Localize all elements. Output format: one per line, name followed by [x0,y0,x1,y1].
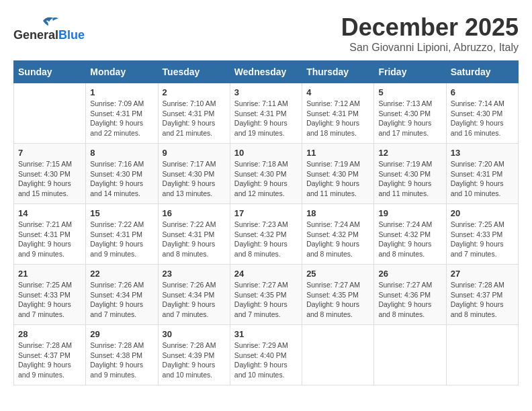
day-detail: Sunrise: 7:23 AMSunset: 4:32 PMDaylight:… [234,220,298,259]
calendar-cell: 15 Sunrise: 7:22 AMSunset: 4:31 PMDaylig… [86,204,158,265]
day-detail: Sunrise: 7:25 AMSunset: 4:33 PMDaylight:… [451,220,514,259]
calendar-cell: 21 Sunrise: 7:25 AMSunset: 4:33 PMDaylig… [14,265,86,325]
calendar-cell: 19 Sunrise: 7:24 AMSunset: 4:32 PMDaylig… [374,204,446,265]
page-header: General Blue December 2025 San Giovanni … [13,13,519,54]
day-detail: Sunrise: 7:15 AMSunset: 4:30 PMDaylight:… [18,159,81,199]
day-detail: Sunrise: 7:11 AMSunset: 4:31 PMDaylight:… [234,99,298,138]
calendar-cell: 25 Sunrise: 7:27 AMSunset: 4:35 PMDaylig… [302,265,374,325]
day-detail: Sunrise: 7:28 AMSunset: 4:37 PMDaylight:… [451,280,514,320]
day-detail: Sunrise: 7:16 AMSunset: 4:30 PMDaylight:… [90,159,153,199]
header-monday: Monday [86,61,158,83]
header-wednesday: Wednesday [230,61,302,83]
header-tuesday: Tuesday [158,61,230,83]
calendar-cell: 14 Sunrise: 7:21 AMSunset: 4:31 PMDaylig… [14,204,86,265]
day-detail: Sunrise: 7:26 AMSunset: 4:34 PMDaylight:… [163,280,226,320]
calendar-cell: 2 Sunrise: 7:10 AMSunset: 4:31 PMDayligh… [158,83,230,144]
day-number: 26 [378,269,441,279]
header-sunday: Sunday [14,61,86,83]
day-number: 20 [451,208,514,218]
day-number: 29 [90,329,153,339]
day-detail: Sunrise: 7:17 AMSunset: 4:30 PMDaylight:… [163,159,226,199]
title-section: December 2025 San Giovanni Lipioni, Abru… [341,13,519,54]
day-detail: Sunrise: 7:28 AMSunset: 4:37 PMDaylight:… [18,340,81,380]
calendar-cell: 13 Sunrise: 7:20 AMSunset: 4:31 PMDaylig… [446,144,518,204]
month-title: December 2025 [341,13,519,42]
calendar-week-1: 7 Sunrise: 7:15 AMSunset: 4:30 PMDayligh… [14,144,519,204]
calendar-cell: 7 Sunrise: 7:15 AMSunset: 4:30 PMDayligh… [14,144,86,204]
header-thursday: Thursday [302,61,374,83]
calendar-cell [302,325,374,385]
calendar-cell [374,325,446,385]
location-title: San Giovanni Lipioni, Abruzzo, Italy [341,42,519,54]
calendar-cell: 10 Sunrise: 7:18 AMSunset: 4:30 PMDaylig… [230,144,302,204]
calendar-cell: 18 Sunrise: 7:24 AMSunset: 4:32 PMDaylig… [302,204,374,265]
day-number: 31 [234,329,298,339]
day-number: 21 [18,269,81,279]
calendar-cell: 12 Sunrise: 7:19 AMSunset: 4:30 PMDaylig… [374,144,446,204]
day-number: 12 [378,148,441,158]
day-detail: Sunrise: 7:26 AMSunset: 4:34 PMDaylight:… [90,280,153,320]
day-number: 5 [378,87,441,97]
logo-bird-icon [39,13,59,28]
header-friday: Friday [374,61,446,83]
calendar-cell: 8 Sunrise: 7:16 AMSunset: 4:30 PMDayligh… [86,144,158,204]
day-number: 17 [234,208,298,218]
day-number: 13 [451,148,514,158]
day-detail: Sunrise: 7:19 AMSunset: 4:30 PMDaylight:… [306,159,369,199]
calendar-cell: 1 Sunrise: 7:09 AMSunset: 4:31 PMDayligh… [86,83,158,144]
calendar-cell: 5 Sunrise: 7:13 AMSunset: 4:30 PMDayligh… [374,83,446,144]
calendar-week-3: 21 Sunrise: 7:25 AMSunset: 4:33 PMDaylig… [14,265,519,325]
day-number: 15 [90,208,153,218]
calendar-cell: 26 Sunrise: 7:27 AMSunset: 4:36 PMDaylig… [374,265,446,325]
logo-blue-text: Blue [58,28,85,42]
day-detail: Sunrise: 7:22 AMSunset: 4:31 PMDaylight:… [90,220,153,259]
day-detail: Sunrise: 7:27 AMSunset: 4:35 PMDaylight:… [234,280,298,320]
day-detail: Sunrise: 7:19 AMSunset: 4:30 PMDaylight:… [378,159,441,199]
day-number: 6 [451,87,514,97]
day-detail: Sunrise: 7:12 AMSunset: 4:31 PMDaylight:… [306,99,369,138]
calendar-cell: 23 Sunrise: 7:26 AMSunset: 4:34 PMDaylig… [158,265,230,325]
day-number: 1 [90,87,153,97]
logo-general-text: General [13,28,58,42]
calendar-cell: 16 Sunrise: 7:22 AMSunset: 4:31 PMDaylig… [158,204,230,265]
calendar-cell [14,83,86,144]
calendar-cell: 24 Sunrise: 7:27 AMSunset: 4:35 PMDaylig… [230,265,302,325]
logo: General Blue [13,13,85,42]
calendar-header-row: SundayMondayTuesdayWednesdayThursdayFrid… [14,61,519,83]
day-number: 19 [378,208,441,218]
calendar-cell [446,325,518,385]
day-detail: Sunrise: 7:27 AMSunset: 4:35 PMDaylight:… [306,280,369,320]
calendar-cell: 27 Sunrise: 7:28 AMSunset: 4:37 PMDaylig… [446,265,518,325]
day-number: 11 [306,148,369,158]
calendar-cell: 9 Sunrise: 7:17 AMSunset: 4:30 PMDayligh… [158,144,230,204]
day-number: 8 [90,148,153,158]
calendar-cell: 29 Sunrise: 7:28 AMSunset: 4:38 PMDaylig… [86,325,158,385]
day-detail: Sunrise: 7:18 AMSunset: 4:30 PMDaylight:… [234,159,298,199]
calendar-week-4: 28 Sunrise: 7:28 AMSunset: 4:37 PMDaylig… [14,325,519,385]
day-detail: Sunrise: 7:21 AMSunset: 4:31 PMDaylight:… [18,220,81,259]
calendar-cell: 28 Sunrise: 7:28 AMSunset: 4:37 PMDaylig… [14,325,86,385]
day-number: 3 [234,87,298,97]
calendar-week-0: 1 Sunrise: 7:09 AMSunset: 4:31 PMDayligh… [14,83,519,144]
calendar-cell: 4 Sunrise: 7:12 AMSunset: 4:31 PMDayligh… [302,83,374,144]
day-number: 27 [451,269,514,279]
day-number: 22 [90,269,153,279]
day-detail: Sunrise: 7:27 AMSunset: 4:36 PMDaylight:… [378,280,441,320]
day-number: 2 [163,87,226,97]
day-number: 14 [18,208,81,218]
calendar-cell: 31 Sunrise: 7:29 AMSunset: 4:40 PMDaylig… [230,325,302,385]
day-number: 9 [163,148,226,158]
calendar-cell: 20 Sunrise: 7:25 AMSunset: 4:33 PMDaylig… [446,204,518,265]
calendar-cell: 30 Sunrise: 7:28 AMSunset: 4:39 PMDaylig… [158,325,230,385]
calendar-cell: 6 Sunrise: 7:14 AMSunset: 4:30 PMDayligh… [446,83,518,144]
calendar-cell: 22 Sunrise: 7:26 AMSunset: 4:34 PMDaylig… [86,265,158,325]
calendar-cell: 3 Sunrise: 7:11 AMSunset: 4:31 PMDayligh… [230,83,302,144]
day-number: 18 [306,208,369,218]
day-number: 10 [234,148,298,158]
day-detail: Sunrise: 7:22 AMSunset: 4:31 PMDaylight:… [163,220,226,259]
day-detail: Sunrise: 7:13 AMSunset: 4:30 PMDaylight:… [378,99,441,138]
day-number: 25 [306,269,369,279]
day-number: 23 [163,269,226,279]
calendar-table: SundayMondayTuesdayWednesdayThursdayFrid… [13,60,519,385]
calendar-cell: 17 Sunrise: 7:23 AMSunset: 4:32 PMDaylig… [230,204,302,265]
